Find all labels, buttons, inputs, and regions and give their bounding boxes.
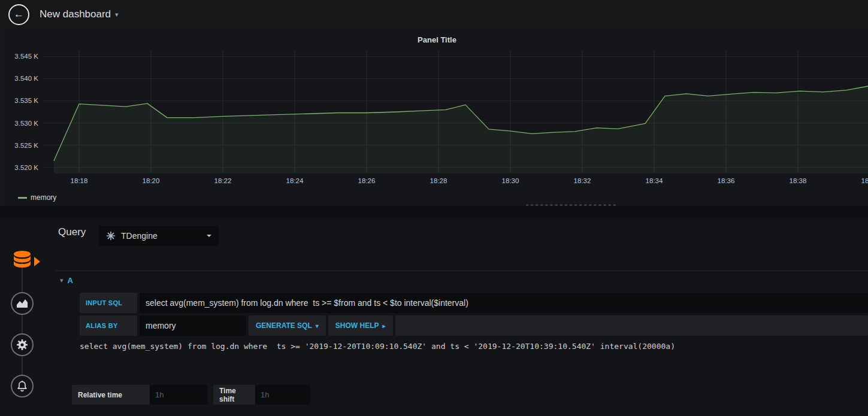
show-help-label: SHOW HELP <box>335 321 379 330</box>
datasource-caret-icon <box>207 235 211 237</box>
svg-text:18:22: 18:22 <box>214 177 232 184</box>
section-divider <box>0 206 868 218</box>
editor-section: Query TDengine ▾ A INPUT SQL ALIAS BY <box>0 206 868 416</box>
svg-text:3.525 K: 3.525 K <box>14 142 38 149</box>
graph-panel: Panel Title 18:1818:2018:2218:2418:2618:… <box>6 29 868 206</box>
tab-visualization[interactable] <box>11 292 34 315</box>
grafana-panel-editor: ← New dashboard ▾ Panel Title 18:1818:20… <box>0 0 868 416</box>
generated-sql-preview: select avg(mem_system) from log.dn where… <box>80 341 862 352</box>
svg-text:18:34: 18:34 <box>646 177 663 184</box>
tab-general[interactable] <box>11 333 34 356</box>
query-ref-id: A <box>68 276 73 285</box>
show-help-caret-icon: ▸ <box>383 323 386 329</box>
svg-text:18:36: 18:36 <box>718 177 735 184</box>
back-arrow-icon: ← <box>14 8 24 20</box>
top-bar: ← New dashboard ▾ <box>0 0 868 29</box>
legend-series-swatch <box>18 197 27 199</box>
svg-text:3.545 K: 3.545 K <box>14 53 38 60</box>
panel-title: Panel Title <box>6 35 868 44</box>
collapse-caret-icon: ▾ <box>60 277 63 284</box>
chart-icon <box>16 299 28 308</box>
active-tab-arrow <box>34 257 40 266</box>
legend-item-memory[interactable]: memory <box>18 193 56 202</box>
generate-sql-caret-icon: ▾ <box>316 323 319 329</box>
query-row-header[interactable]: ▾ A <box>56 271 868 289</box>
generate-sql-button[interactable]: GENERATE SQL ▾ <box>249 315 326 336</box>
alias-row: ALIAS BY GENERATE SQL ▾ SHOW HELP ▸ <box>80 315 868 336</box>
time-shift-label: Time shift <box>213 385 255 405</box>
row-filler <box>395 315 868 336</box>
input-sql-label: INPUT SQL <box>80 293 137 313</box>
svg-text:18:18: 18:18 <box>71 177 88 184</box>
svg-text:18:30: 18:30 <box>502 177 519 184</box>
back-button[interactable]: ← <box>8 4 29 25</box>
relative-time-input[interactable] <box>150 385 207 405</box>
database-icon <box>11 250 33 270</box>
input-sql-row: INPUT SQL <box>80 293 868 313</box>
gear-icon <box>16 338 29 351</box>
time-shift-input[interactable] <box>255 385 310 405</box>
tdengine-logo-icon <box>106 231 116 241</box>
bell-icon <box>16 379 29 393</box>
svg-text:18:38: 18:38 <box>790 177 807 184</box>
svg-text:18:28: 18:28 <box>430 177 447 184</box>
input-sql-field[interactable] <box>140 293 868 313</box>
query-section-title: Query <box>58 226 86 238</box>
dashboard-title[interactable]: New dashboard <box>40 8 111 20</box>
timeseries-chart[interactable]: 18:1818:2018:2218:2418:2618:2818:3018:32… <box>6 45 868 192</box>
tab-alert[interactable] <box>11 375 34 397</box>
relative-time-label: Relative time <box>72 385 150 405</box>
alias-by-label: ALIAS BY <box>80 315 137 336</box>
svg-text:3.530 K: 3.530 K <box>14 120 38 127</box>
dashboard-title-caret-icon: ▾ <box>115 11 119 19</box>
tab-queries[interactable] <box>11 250 33 270</box>
svg-text:3.535 K: 3.535 K <box>14 97 38 104</box>
generate-sql-label: GENERATE SQL <box>256 321 312 330</box>
svg-text:3.540 K: 3.540 K <box>14 75 38 82</box>
tab-rail-line <box>22 262 23 386</box>
datasource-name: TDengine <box>121 231 158 241</box>
svg-text:18:26: 18:26 <box>358 177 376 184</box>
show-help-button[interactable]: SHOW HELP ▸ <box>328 315 393 336</box>
time-options-row: Relative time Time shift <box>72 385 310 405</box>
datasource-picker[interactable]: TDengine <box>99 226 219 246</box>
svg-text:18:40: 18:40 <box>861 177 868 184</box>
svg-text:18:24: 18:24 <box>286 177 304 184</box>
alias-by-field[interactable] <box>140 315 246 336</box>
svg-text:18:20: 18:20 <box>143 177 160 184</box>
svg-text:18:32: 18:32 <box>574 177 591 184</box>
svg-text:3.520 K: 3.520 K <box>14 164 38 171</box>
legend-series-label: memory <box>31 193 56 202</box>
